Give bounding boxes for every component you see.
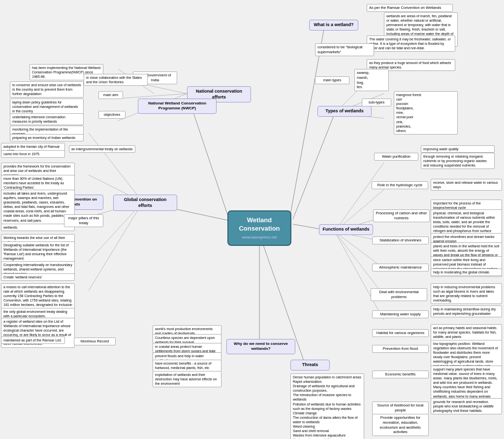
leaf-why6: exploitation of wetlands and their destr…: [153, 371, 221, 387]
svg-line-8: [118, 94, 187, 99]
leaf-subtypes-label: sub-types: [362, 99, 391, 106]
branch-types: Types of wetlands: [317, 106, 372, 117]
leaf-enviro-desc: help in reducing environmental problems …: [431, 283, 502, 304]
leaf-habitat-desc: act as primary habits and seasonal habit…: [431, 324, 502, 340]
leaf-pillar4: Create 'wetland reserves': [1, 273, 75, 281]
leaf-atmos: Atmospheric maintenance: [372, 264, 429, 271]
leaf-carbon: Processing of carbon and other nutrients: [373, 209, 430, 222]
leaf-objectives-label: objectives: [98, 111, 126, 119]
leaf-atmos-desc2: help in moderating the global climate.: [431, 269, 502, 276]
leaf-main-aim: main aim: [98, 91, 123, 99]
leaf-collab: in close collaboration with the States a…: [84, 74, 148, 86]
leaf-habitat: Habitat for various organisms: [372, 329, 429, 337]
branch-functions: Functions of wetlands: [319, 224, 373, 235]
svg-line-25: [335, 232, 384, 320]
leaf-nwcp-box: National Wetland Conservation Programme …: [138, 99, 217, 114]
leaf-hydro-desc: receive, store and release water in vari…: [431, 179, 502, 191]
leaf-main-aim-desc: to conserve and ensure wise use of wetla…: [10, 81, 84, 98]
leaf-opportunities: Provide opportunities for recreation, ed…: [372, 414, 429, 436]
branch-threats: Threats: [290, 360, 330, 371]
leaf-bio-super: considered to be "biological supermarket…: [315, 43, 374, 56]
svg-line-1: [293, 113, 335, 219]
leaf-water-purif-desc1: improving water quality: [421, 145, 495, 153]
leaf-90percent: more than 90% of United Nations (UN) mem…: [1, 175, 75, 191]
center-title: Wetland Conservation: [239, 216, 280, 232]
branch-what-is-wetland: What is a wetland?: [309, 20, 358, 31]
svg-line-0: [290, 30, 324, 214]
leaf-water-purif-desc2: through removing or retaining inorganic …: [421, 153, 495, 169]
leaf-maintained: maintained as part of the Ramsar List.: [1, 337, 65, 344]
leaf-shorelines: Stabilization of shorelines: [372, 236, 429, 244]
leaf-economic: Economic benefits: [372, 371, 429, 378]
svg-line-11: [89, 133, 143, 202]
center-node: Wetland Conservation www.iasexpress.net: [227, 210, 291, 246]
leaf-obj4: preparing an inventory of Indian wetland…: [10, 134, 84, 141]
leaf-obj1: laying down policy guidelines for conser…: [10, 99, 84, 115]
leaf-main-types-list: swamp,marsh,bog,fen.: [354, 69, 389, 91]
leaf-subtypes-list: mangrove forestcarrpocosinfloodplains,mi…: [394, 91, 458, 135]
branch-global: Global conservation efforts: [113, 195, 177, 211]
leaf-why5: have economic benefits - a source of fue…: [153, 360, 221, 371]
leaf-major-pillars: major pillars of this treaty: [64, 214, 103, 227]
leaf-water-purif: Water purification: [374, 153, 418, 161]
leaf-livelihood-desc: grounds for research and recreation. peo…: [431, 398, 502, 414]
leaf-flood: Prevention from flood: [372, 345, 429, 353]
leaf-enviro: Deal with environmental problems: [371, 288, 427, 301]
leaf-pillar2: Designating suitable wetlands for the li…: [1, 241, 75, 262]
leaf-water-supply: Maintaining water supply: [372, 310, 429, 318]
leaf-threat-list: Dense human population in catchment area…: [290, 373, 364, 439]
mind-map-container: Wetland Conservation www.iasexpress.net …: [0, 0, 504, 439]
leaf-main-types-label: main types: [315, 76, 349, 84]
leaf-livelihood: Source of livelihood for local people: [372, 402, 429, 414]
leaf-came-force: came into force in 1975.: [1, 150, 65, 158]
leaf-ramsar-def: As per the Ramsar Convention on Wetlands: [367, 4, 453, 12]
center-subtitle: www.iasexpress.net: [235, 235, 284, 240]
leaf-water-cover: The water covering it may be freshwater,…: [367, 35, 455, 52]
leaf-intergovernmental: an intergovernmental treaty on wetlands: [69, 145, 135, 153]
leaf-montreux: Montreux Record: [74, 338, 116, 345]
leaf-hydro: Role in the hydrologic cycle: [372, 181, 428, 189]
branch-why-conserve: Why do we need to conserve wetlands?: [226, 339, 295, 354]
leaf-obj2: undertaking intensive conservation measu…: [10, 113, 84, 125]
leaf-water-supply-desc: help in maintaining streamflow during dr…: [431, 305, 502, 317]
